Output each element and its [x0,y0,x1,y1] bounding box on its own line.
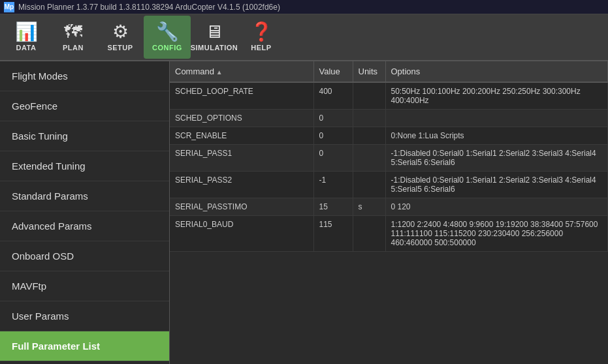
plan-label: PLAN [63,44,84,52]
table-header: Command Value Units Options [170,61,608,82]
cell-command: SCHED_OPTIONS [170,110,313,127]
simulation-icon: 🖥 [205,23,223,41]
table-row[interactable]: SERIAL_PASS1 0 -1:Disabled 0:Serial0 1:S… [170,145,608,172]
data-icon: 📊 [15,23,38,41]
sidebar-item-full-parameter-list[interactable]: Full Parameter List [0,331,169,361]
cell-units: s [353,198,385,216]
parameter-table: Command Value Units Options SCHED_LOOP_R… [170,61,608,252]
sidebar-item-onboard-osd[interactable]: Onboard OSD [0,241,169,271]
cell-units [353,145,385,172]
sidebar: Flight ModesGeoFenceBasic TuningExtended… [0,61,170,364]
cell-value[interactable]: 115 [313,216,353,252]
cell-units [353,82,385,110]
toolbar: 📊 DATA 🗺 PLAN ⚙ SETUP 🔧 CONFIG 🖥 SIMULAT… [0,14,608,61]
content-area: Command Value Units Options SCHED_LOOP_R… [170,61,608,364]
title-bar: Mp Mission Planner 1.3.77 build 1.3.8110… [0,0,608,14]
table-row[interactable]: SERIAL0_BAUD 115 1:1200 2:2400 4:4800 9:… [170,216,608,252]
sidebar-item-user-params[interactable]: User Params [0,301,169,331]
table-row[interactable]: SERIAL_PASSTIMO 15 s 0 120 [170,198,608,216]
cell-units [353,216,385,252]
toolbar-btn-help[interactable]: ❓ HELP [238,16,285,59]
table-row[interactable]: SERIAL_PASS2 -1 -1:Disabled 0:Serial0 1:… [170,172,608,198]
cell-value[interactable]: 0 [313,127,353,145]
cell-options: 50:50Hz 100:100Hz 200:200Hz 250:250Hz 30… [385,82,608,110]
toolbar-btn-plan[interactable]: 🗺 PLAN [50,16,97,59]
setup-label: SETUP [107,44,133,52]
app-logo: Mp [4,2,14,12]
sidebar-item-advanced-params[interactable]: Advanced Params [0,211,169,241]
toolbar-btn-setup[interactable]: ⚙ SETUP [97,16,144,59]
cell-options [385,110,608,127]
table-row[interactable]: SCR_ENABLE 0 0:None 1:Lua Scripts [170,127,608,145]
toolbar-btn-config[interactable]: 🔧 CONFIG [144,16,191,59]
table-row[interactable]: SCHED_LOOP_RATE 400 50:50Hz 100:100Hz 20… [170,82,608,110]
cell-command: SCHED_LOOP_RATE [170,82,313,110]
table-body: SCHED_LOOP_RATE 400 50:50Hz 100:100Hz 20… [170,82,608,252]
cell-command: SCR_ENABLE [170,127,313,145]
setup-icon: ⚙ [112,23,129,41]
cell-options: -1:Disabled 0:Serial0 1:Serial1 2:Serial… [385,172,608,198]
column-options: Options [385,61,608,82]
table-row[interactable]: SCHED_OPTIONS 0 [170,110,608,127]
cell-units [353,110,385,127]
sidebar-item-basic-tuning[interactable]: Basic Tuning [0,121,169,151]
cell-value[interactable]: 400 [313,82,353,110]
cell-options: 1:1200 2:2400 4:4800 9:9600 19:19200 38:… [385,216,608,252]
cell-command: SERIAL_PASS1 [170,145,313,172]
cell-value[interactable]: 0 [313,110,353,127]
help-icon: ❓ [250,23,273,41]
column-command[interactable]: Command [170,61,313,82]
sidebar-item-standard-params[interactable]: Standard Params [0,181,169,211]
cell-command: SERIAL_PASS2 [170,172,313,198]
title-text: Mission Planner 1.3.77 build 1.3.8110.38… [18,3,280,12]
cell-options: 0 120 [385,198,608,216]
cell-value[interactable]: -1 [313,172,353,198]
main-layout: Flight ModesGeoFenceBasic TuningExtended… [0,61,608,364]
cell-units [353,172,385,198]
toolbar-btn-simulation[interactable]: 🖥 SIMULATION [191,16,238,59]
plan-icon: 🗺 [64,23,82,41]
cell-command: SERIAL_PASSTIMO [170,198,313,216]
sidebar-item-extended-tuning[interactable]: Extended Tuning [0,151,169,181]
config-label: CONFIG [152,44,182,52]
cell-options: 0:None 1:Lua Scripts [385,127,608,145]
cell-units [353,127,385,145]
config-icon: 🔧 [156,23,179,41]
data-label: DATA [16,44,37,52]
sidebar-item-geofence[interactable]: GeoFence [0,91,169,121]
cell-value[interactable]: 15 [313,198,353,216]
column-units: Units [353,61,385,82]
simulation-label: SIMULATION [191,44,238,52]
header-row: Command Value Units Options [170,61,608,82]
column-value: Value [313,61,353,82]
sidebar-item-mavftp[interactable]: MAVFtp [0,271,169,301]
cell-command: SERIAL0_BAUD [170,216,313,252]
toolbar-btn-data[interactable]: 📊 DATA [3,16,50,59]
param-table-container[interactable]: Command Value Units Options SCHED_LOOP_R… [170,61,608,364]
sidebar-item-flight-modes[interactable]: Flight Modes [0,61,169,91]
help-label: HELP [251,44,271,52]
cell-value[interactable]: 0 [313,145,353,172]
cell-options: -1:Disabled 0:Serial0 1:Serial1 2:Serial… [385,145,608,172]
